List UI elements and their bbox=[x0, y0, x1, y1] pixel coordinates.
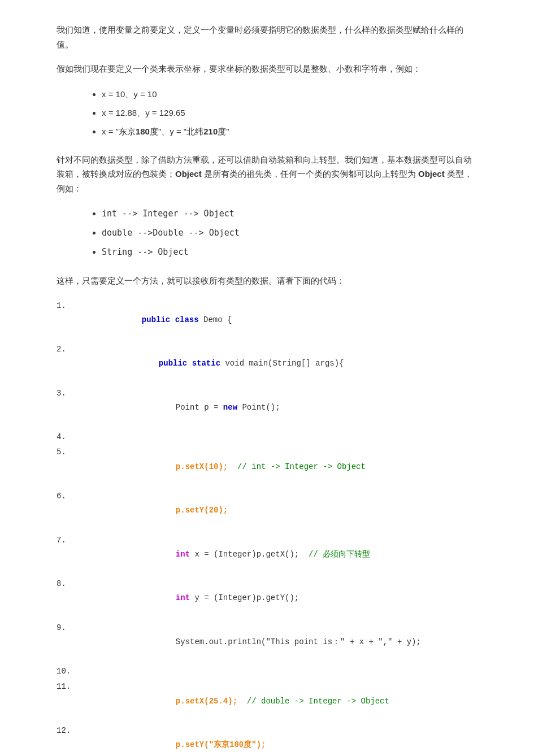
bullet-item-2: x = 12.88、y = 129.65 bbox=[102, 105, 477, 120]
line-num-11: 11. bbox=[57, 679, 85, 723]
code-table: 1. public class Demo { 2. public static … bbox=[57, 298, 477, 757]
code-text-1: Demo { bbox=[203, 315, 232, 324]
code-text-8: y = (Integer)p.getY(); bbox=[194, 593, 299, 602]
kw-setx-5: p.setX(10); bbox=[176, 462, 228, 471]
code-text-3b: Point(); bbox=[242, 403, 280, 412]
line-code-7: int x = (Integer)p.getX(); // 必须向下转型 bbox=[85, 533, 477, 577]
bullet-item-3: x = "东京180度"、y = "北纬210度" bbox=[102, 124, 477, 139]
line-code-1: public class Demo { bbox=[85, 298, 477, 342]
kw-int-8: int bbox=[176, 593, 195, 602]
code-line-2: 2. public static void main(String[] args… bbox=[57, 342, 477, 386]
line-num-12: 12. bbox=[57, 723, 85, 756]
line-code-9: System.out.println("This point is：" + x … bbox=[85, 620, 477, 664]
line-code-4 bbox=[85, 429, 477, 445]
bullet-text-1: x = 10、y = 10 bbox=[102, 89, 157, 99]
kw-class-1: class bbox=[175, 315, 203, 324]
line-num-6: 6. bbox=[57, 489, 85, 533]
code-line-9: 9. System.out.println("This point is：" +… bbox=[57, 620, 477, 664]
kw-static-2: static bbox=[192, 359, 225, 368]
line-code-3: Point p = new Point(); bbox=[85, 386, 477, 430]
paragraph-2: 假如我们现在要定义一个类来表示坐标，要求坐标的数据类型可以是整数、小数和字符串，… bbox=[57, 62, 477, 76]
bullet-item-6: String --> Object bbox=[102, 244, 477, 260]
code-line-4: 4. bbox=[57, 429, 477, 445]
bullet-item-4: int --> Integer --> Object bbox=[102, 206, 477, 221]
code-line-3: 3. Point p = new Point(); bbox=[57, 386, 477, 430]
kw-public-2: public bbox=[159, 359, 192, 368]
bullet-text-5: double -->Double --> Object bbox=[102, 228, 240, 238]
line-num-10: 10. bbox=[57, 664, 85, 679]
line-num-3: 3. bbox=[57, 386, 85, 430]
code-text-3a: Point p = bbox=[176, 403, 223, 412]
code-line-7: 7. int x = (Integer)p.getX(); // 必须向下转型 bbox=[57, 533, 477, 577]
code-text-11 bbox=[237, 697, 247, 706]
bullet-text-4: int --> Integer --> Object bbox=[102, 208, 235, 219]
paragraph-1: 我们知道，使用变量之前要定义，定义一个变量时必须要指明它的数据类型，什么样的数据… bbox=[57, 23, 477, 51]
code-text-7: x = (Integer)p.getX(); bbox=[194, 550, 309, 559]
code-line-12: 12. p.setY("东京180度"); bbox=[57, 723, 477, 756]
comment-11: // double -> Integer -> Object bbox=[247, 697, 389, 706]
code-line-5: 5. p.setX(10); // int -> Integer -> Obje… bbox=[57, 445, 477, 489]
code-text-9: System.out.println("This point is：" + x … bbox=[176, 637, 421, 646]
line-code-10 bbox=[85, 664, 477, 679]
line-num-7: 7. bbox=[57, 533, 85, 577]
kw-public-1: public bbox=[142, 315, 175, 324]
bullet-text-6: String --> Object bbox=[102, 247, 189, 257]
paragraph-3: 针对不同的数据类型，除了借助方法重载，还可以借助自动装箱和向上转型。我们知道，基… bbox=[57, 153, 477, 196]
code-line-10: 10. bbox=[57, 664, 477, 679]
kw-setx-11: p.setX(25.4); bbox=[176, 697, 237, 706]
code-line-8: 8. int y = (Integer)p.getY(); bbox=[57, 576, 477, 620]
comment-7: // 必须向下转型 bbox=[309, 550, 370, 559]
kw-int-7: int bbox=[176, 550, 195, 559]
paragraph-4: 这样，只需要定义一个方法，就可以接收所有类型的数据。请看下面的代码： bbox=[57, 273, 477, 288]
code-line-11: 11. p.setX(25.4); // double -> Integer -… bbox=[57, 679, 477, 723]
code-text-2: void main(String[] args){ bbox=[225, 359, 344, 368]
comment-5: // int -> Integer -> Object bbox=[237, 462, 366, 471]
code-line-1: 1. public class Demo { bbox=[57, 298, 477, 342]
line-code-6: p.setY(20); bbox=[85, 489, 477, 533]
kw-new-3: new bbox=[223, 403, 242, 412]
line-code-8: int y = (Integer)p.getY(); bbox=[85, 576, 477, 620]
line-code-5: p.setX(10); // int -> Integer -> Object bbox=[85, 445, 477, 489]
code-comment-5 bbox=[228, 462, 237, 471]
line-num-2: 2. bbox=[57, 342, 85, 386]
line-num-1: 1. bbox=[57, 298, 85, 342]
kw-sety-12: p.setY("东京180度"); bbox=[176, 740, 266, 749]
code-line-6: 6. p.setY(20); bbox=[57, 489, 477, 533]
line-code-2: public static void main(String[] args){ bbox=[85, 342, 477, 386]
kw-sety-6: p.setY(20); bbox=[176, 506, 228, 515]
line-num-9: 9. bbox=[57, 620, 85, 664]
bullet-list-1: x = 10、y = 10 x = 12.88、y = 129.65 x = "… bbox=[102, 86, 477, 139]
line-num-4: 4. bbox=[57, 429, 85, 445]
line-code-11: p.setX(25.4); // double -> Integer -> Ob… bbox=[85, 679, 477, 723]
bullet-item-1: x = 10、y = 10 bbox=[102, 86, 477, 102]
line-code-12: p.setY("东京180度"); bbox=[85, 723, 477, 756]
line-num-5: 5. bbox=[57, 445, 85, 489]
bullet-list-2: int --> Integer --> Object double -->Dou… bbox=[102, 206, 477, 260]
code-block: 1. public class Demo { 2. public static … bbox=[57, 298, 477, 757]
bullet-text-3: x = "东京180度"、y = "北纬210度" bbox=[102, 127, 229, 136]
bullet-text-2: x = 12.88、y = 129.65 bbox=[102, 108, 185, 118]
line-num-8: 8. bbox=[57, 576, 85, 620]
bullet-item-5: double -->Double --> Object bbox=[102, 225, 477, 241]
page-container: 我们知道，使用变量之前要定义，定义一个变量时必须要指明它的数据类型，什么样的数据… bbox=[0, 0, 534, 756]
